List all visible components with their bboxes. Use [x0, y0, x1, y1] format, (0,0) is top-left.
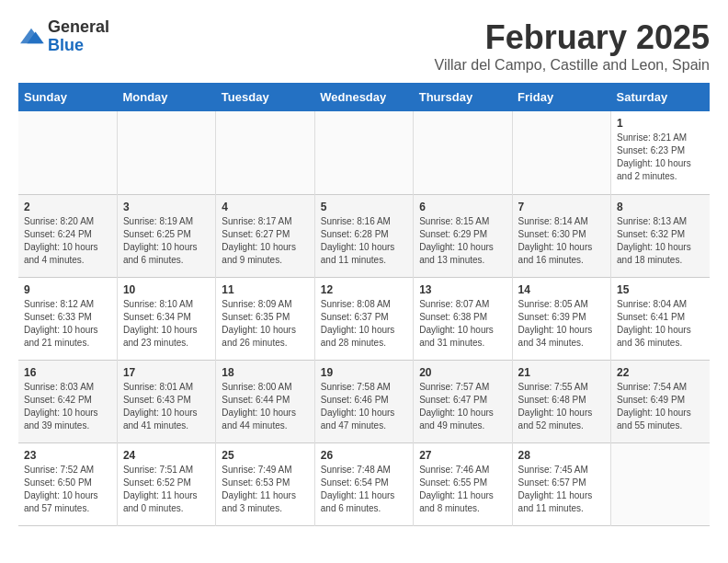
day-number: 12 — [321, 283, 407, 296]
calendar-cell — [117, 111, 215, 194]
day-number: 3 — [123, 201, 210, 213]
day-info: Sunrise: 8:14 AM Sunset: 6:30 PM Dayligh… — [518, 215, 605, 267]
weekday-header-sunday: Sunday — [18, 83, 117, 111]
calendar-cell: 21Sunrise: 7:55 AM Sunset: 6:48 PM Dayli… — [512, 360, 610, 442]
calendar-cell: 26Sunrise: 7:48 AM Sunset: 6:54 PM Dayli… — [314, 442, 413, 525]
calendar-cell — [414, 111, 512, 194]
calendar-cell: 17Sunrise: 8:01 AM Sunset: 6:43 PM Dayli… — [117, 360, 215, 442]
calendar-cell — [512, 111, 610, 194]
calendar-cell — [611, 442, 710, 525]
calendar-cell: 3Sunrise: 8:19 AM Sunset: 6:25 PM Daylig… — [117, 194, 215, 277]
calendar-cell: 7Sunrise: 8:14 AM Sunset: 6:30 PM Daylig… — [512, 194, 610, 277]
day-number: 18 — [222, 366, 308, 379]
day-number: 26 — [321, 449, 407, 462]
title-section: February 2025 Villar del Campo, Castille… — [435, 18, 710, 74]
day-info: Sunrise: 8:05 AM Sunset: 6:39 PM Dayligh… — [518, 298, 605, 350]
day-info: Sunrise: 7:48 AM Sunset: 6:54 PM Dayligh… — [321, 464, 407, 515]
calendar-cell: 1Sunrise: 8:21 AM Sunset: 6:23 PM Daylig… — [611, 111, 710, 194]
day-info: Sunrise: 8:09 AM Sunset: 6:35 PM Dayligh… — [222, 298, 308, 350]
logo-icon — [18, 27, 44, 47]
day-number: 6 — [419, 201, 506, 213]
day-info: Sunrise: 8:07 AM Sunset: 6:38 PM Dayligh… — [419, 298, 506, 350]
day-info: Sunrise: 8:10 AM Sunset: 6:34 PM Dayligh… — [123, 298, 210, 350]
calendar-cell: 25Sunrise: 7:49 AM Sunset: 6:53 PM Dayli… — [216, 442, 314, 525]
day-number: 17 — [123, 366, 210, 379]
calendar-cell: 14Sunrise: 8:05 AM Sunset: 6:39 PM Dayli… — [512, 277, 610, 360]
day-info: Sunrise: 8:08 AM Sunset: 6:37 PM Dayligh… — [321, 298, 407, 350]
day-info: Sunrise: 8:17 AM Sunset: 6:27 PM Dayligh… — [222, 215, 308, 267]
day-number: 5 — [321, 201, 407, 213]
week-row-2: 2Sunrise: 8:20 AM Sunset: 6:24 PM Daylig… — [18, 194, 710, 277]
calendar-cell — [216, 111, 314, 194]
day-number: 25 — [222, 449, 308, 462]
day-info: Sunrise: 7:49 AM Sunset: 6:53 PM Dayligh… — [222, 464, 308, 515]
day-number: 16 — [24, 366, 111, 379]
day-info: Sunrise: 7:45 AM Sunset: 6:57 PM Dayligh… — [518, 464, 605, 515]
calendar-cell: 19Sunrise: 7:58 AM Sunset: 6:46 PM Dayli… — [314, 360, 413, 442]
logo-text: General Blue — [48, 18, 109, 55]
day-number: 21 — [518, 366, 605, 379]
day-info: Sunrise: 7:55 AM Sunset: 6:48 PM Dayligh… — [518, 381, 605, 432]
weekday-header-saturday: Saturday — [611, 83, 710, 111]
week-row-5: 23Sunrise: 7:52 AM Sunset: 6:50 PM Dayli… — [18, 442, 710, 525]
day-number: 24 — [123, 449, 210, 462]
weekday-header-monday: Monday — [117, 83, 215, 111]
calendar-cell: 27Sunrise: 7:46 AM Sunset: 6:55 PM Dayli… — [414, 442, 512, 525]
week-row-1: 1Sunrise: 8:21 AM Sunset: 6:23 PM Daylig… — [18, 111, 710, 194]
day-number: 19 — [321, 366, 407, 379]
day-info: Sunrise: 8:19 AM Sunset: 6:25 PM Dayligh… — [123, 215, 210, 267]
day-info: Sunrise: 8:13 AM Sunset: 6:32 PM Dayligh… — [617, 215, 704, 267]
calendar-cell — [314, 111, 413, 194]
day-info: Sunrise: 7:52 AM Sunset: 6:50 PM Dayligh… — [24, 464, 111, 515]
calendar-body: 1Sunrise: 8:21 AM Sunset: 6:23 PM Daylig… — [18, 111, 710, 525]
day-number: 8 — [617, 201, 704, 213]
calendar-cell: 11Sunrise: 8:09 AM Sunset: 6:35 PM Dayli… — [216, 277, 314, 360]
calendar-table: SundayMondayTuesdayWednesdayThursdayFrid… — [18, 83, 710, 526]
day-number: 7 — [518, 201, 605, 213]
day-number: 15 — [617, 283, 704, 296]
calendar-cell: 22Sunrise: 7:54 AM Sunset: 6:49 PM Dayli… — [611, 360, 710, 442]
weekday-header-thursday: Thursday — [414, 83, 512, 111]
day-number: 9 — [24, 283, 111, 296]
calendar-cell: 13Sunrise: 8:07 AM Sunset: 6:38 PM Dayli… — [414, 277, 512, 360]
day-number: 1 — [617, 117, 704, 130]
day-number: 28 — [518, 449, 605, 462]
day-number: 14 — [518, 283, 605, 296]
calendar-cell: 18Sunrise: 8:00 AM Sunset: 6:44 PM Dayli… — [216, 360, 314, 442]
calendar-header: SundayMondayTuesdayWednesdayThursdayFrid… — [18, 83, 710, 111]
weekday-row: SundayMondayTuesdayWednesdayThursdayFrid… — [18, 83, 710, 111]
day-info: Sunrise: 7:46 AM Sunset: 6:55 PM Dayligh… — [419, 464, 506, 515]
day-number: 23 — [24, 449, 111, 462]
weekday-header-friday: Friday — [512, 83, 610, 111]
calendar-cell: 8Sunrise: 8:13 AM Sunset: 6:32 PM Daylig… — [611, 194, 710, 277]
weekday-header-tuesday: Tuesday — [216, 83, 314, 111]
calendar-cell: 6Sunrise: 8:15 AM Sunset: 6:29 PM Daylig… — [414, 194, 512, 277]
day-info: Sunrise: 7:54 AM Sunset: 6:49 PM Dayligh… — [617, 381, 704, 432]
logo: General Blue — [18, 18, 109, 55]
day-info: Sunrise: 7:58 AM Sunset: 6:46 PM Dayligh… — [321, 381, 407, 432]
calendar-cell: 10Sunrise: 8:10 AM Sunset: 6:34 PM Dayli… — [117, 277, 215, 360]
day-info: Sunrise: 8:12 AM Sunset: 6:33 PM Dayligh… — [24, 298, 111, 350]
day-number: 13 — [419, 283, 506, 296]
day-info: Sunrise: 8:20 AM Sunset: 6:24 PM Dayligh… — [24, 215, 111, 267]
day-info: Sunrise: 7:51 AM Sunset: 6:52 PM Dayligh… — [123, 464, 210, 515]
calendar-title: February 2025 — [435, 18, 710, 57]
calendar-cell: 15Sunrise: 8:04 AM Sunset: 6:41 PM Dayli… — [611, 277, 710, 360]
day-number: 2 — [24, 201, 111, 213]
calendar-cell: 9Sunrise: 8:12 AM Sunset: 6:33 PM Daylig… — [18, 277, 117, 360]
day-number: 11 — [222, 283, 308, 296]
day-number: 20 — [419, 366, 506, 379]
calendar-cell: 28Sunrise: 7:45 AM Sunset: 6:57 PM Dayli… — [512, 442, 610, 525]
calendar-cell: 2Sunrise: 8:20 AM Sunset: 6:24 PM Daylig… — [18, 194, 117, 277]
calendar-cell — [18, 111, 117, 194]
calendar-subtitle: Villar del Campo, Castille and Leon, Spa… — [435, 57, 710, 74]
page-header: General Blue February 2025 Villar del Ca… — [18, 18, 710, 74]
week-row-4: 16Sunrise: 8:03 AM Sunset: 6:42 PM Dayli… — [18, 360, 710, 442]
calendar-cell: 24Sunrise: 7:51 AM Sunset: 6:52 PM Dayli… — [117, 442, 215, 525]
weekday-header-wednesday: Wednesday — [314, 83, 413, 111]
day-number: 27 — [419, 449, 506, 462]
day-info: Sunrise: 8:21 AM Sunset: 6:23 PM Dayligh… — [617, 132, 704, 183]
day-info: Sunrise: 8:03 AM Sunset: 6:42 PM Dayligh… — [24, 381, 111, 432]
day-number: 4 — [222, 201, 308, 213]
day-info: Sunrise: 8:00 AM Sunset: 6:44 PM Dayligh… — [222, 381, 308, 432]
